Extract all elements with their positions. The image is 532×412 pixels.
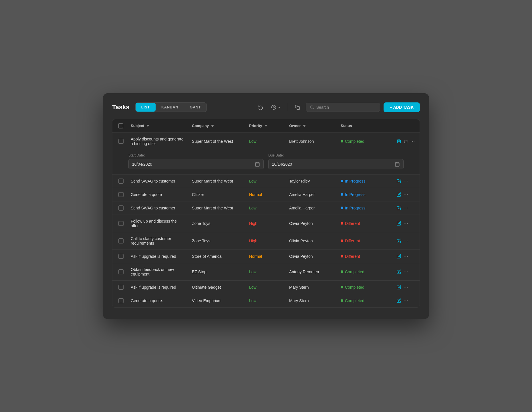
row-more-button[interactable]: ··· [404,298,408,303]
edit-icon[interactable] [397,221,401,226]
col-owner: Owner [286,119,337,132]
table-row: Generate a quote. Video Emporium Low Mar… [112,294,420,307]
due-date-label: Due Date: [268,153,404,157]
row-more-button[interactable]: ··· [404,254,408,259]
refresh-button[interactable] [256,103,265,112]
row-company: Zone Toys [188,235,246,247]
history-icon [271,105,276,110]
row-status-text: Different [345,239,360,243]
expanded-checkbox[interactable] [118,139,124,144]
row-more-button[interactable]: ··· [404,221,408,226]
row-checkbox[interactable] [118,179,124,184]
row-status-text: In Progress [345,179,366,183]
row-checkbox[interactable] [118,205,124,211]
row-checkbox[interactable] [118,221,124,226]
row-more-button[interactable]: ··· [404,238,408,243]
edit-icon[interactable] [397,270,401,274]
row-checkbox[interactable] [118,298,124,303]
row-status: In Progress [337,188,394,201]
row-priority: Low [246,175,286,187]
select-all-checkbox[interactable] [118,123,123,128]
edit-icon[interactable] [397,179,401,183]
row-subject: Generate a quote [127,188,188,201]
tab-list[interactable]: LIST [136,103,156,112]
edit-icon[interactable] [397,298,401,303]
row-status-badge: Different [341,254,391,259]
expanded-status-dot [341,140,343,142]
tab-gant[interactable]: GANT [184,103,207,112]
row-more-button[interactable]: ··· [404,192,408,197]
row-priority: High [246,235,286,247]
save-icon[interactable] [397,138,402,144]
edit-icon[interactable] [397,254,401,259]
row-status-badge: Completed [341,270,391,274]
edit-icon[interactable] [397,239,401,243]
copy-button[interactable] [293,103,302,112]
col-checkbox [115,119,127,132]
page-title: Tasks [112,104,130,111]
row-status-dot [341,270,343,273]
row-status-badge: In Progress [341,192,391,197]
row-status-dot [341,193,343,196]
row-checkbox[interactable] [118,254,124,259]
filter-icon[interactable] [302,124,306,128]
tasks-window: Tasks LIST KANBAN GANT + ADD TASK [103,93,429,319]
expanded-subject: Apply discounts and generate a binding o… [127,133,188,150]
edit-icon[interactable] [397,192,401,197]
table-row: Call to clarify customer requirements Zo… [112,232,420,250]
row-checkbox-cell [115,201,127,215]
start-date-input[interactable]: 10/04/2020 [128,159,264,169]
row-company: Super Mart of the West [188,202,246,214]
row-status: In Progress [337,175,394,187]
row-subject: Generate a quote. [127,294,188,307]
row-status: Completed [337,281,394,294]
row-priority: Normal [246,188,286,201]
row-owner: Mary Stern [286,281,337,294]
row-status-badge: In Progress [341,179,391,183]
expanded-more-button[interactable]: ··· [410,139,415,144]
row-owner: Amelia Harper [286,202,337,214]
row-checkbox[interactable] [118,192,124,197]
search-input[interactable] [316,105,376,110]
row-action-cell: ··· [394,201,417,215]
row-subject: Send SWAG to customer [127,175,188,187]
redo-icon[interactable] [404,139,408,144]
row-owner: Olivia Peyton [286,235,337,247]
expanded-task-main: Apply discounts and generate a binding o… [112,133,420,150]
edit-icon[interactable] [397,285,401,290]
row-status: Different [337,250,394,263]
row-status: Different [337,217,394,230]
row-priority: Low [246,281,286,294]
edit-icon[interactable] [397,206,401,210]
row-company: Store of America [188,250,246,263]
row-more-button[interactable]: ··· [404,179,408,184]
add-task-button[interactable]: + ADD TASK [384,102,420,112]
row-more-button[interactable]: ··· [404,205,408,211]
row-subject: Ask if upgrade is required [127,250,188,263]
row-status-text: Different [345,254,360,259]
row-status-dot [341,207,343,209]
row-status-badge: Different [341,239,391,243]
due-date-input[interactable]: 10/14/2020 [268,159,404,169]
row-priority: High [246,217,286,230]
table-row: Send SWAG to customer Super Mart of the … [112,201,420,215]
row-more-button[interactable]: ··· [404,269,408,274]
tab-kanban[interactable]: KANBAN [156,103,184,112]
table-row: Ask if upgrade is required Ultimate Gadg… [112,281,420,294]
search-box[interactable] [306,103,380,112]
row-checkbox[interactable] [118,238,124,243]
row-action-cell: ··· [394,188,417,201]
expanded-company: Super Mart of the West [188,135,246,148]
history-button[interactable] [269,103,283,112]
row-action-cell: ··· [394,294,417,307]
row-status-text: Different [345,221,360,226]
copy-icon [295,105,300,110]
row-owner: Amelia Harper [286,188,337,201]
filter-icon[interactable] [146,124,150,128]
row-checkbox[interactable] [118,269,124,274]
row-more-button[interactable]: ··· [404,285,408,290]
filter-icon[interactable] [264,124,268,128]
filter-icon[interactable] [211,124,215,128]
row-owner: Taylor Riley [286,175,337,187]
row-checkbox[interactable] [118,285,124,290]
